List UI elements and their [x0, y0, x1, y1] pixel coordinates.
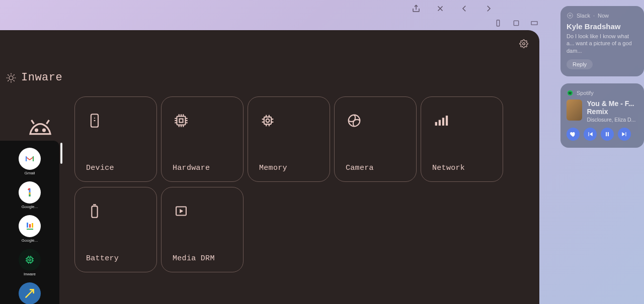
- notification-header: Slack · Now: [567, 12, 638, 19]
- prev-button[interactable]: [584, 128, 597, 141]
- inware-window: Inware Device Hardware Memory: [0, 30, 539, 304]
- svg-rect-23: [27, 257, 32, 262]
- app-title-text: Inware: [21, 71, 62, 84]
- notification-title: Kyle Bradshaw: [567, 22, 638, 31]
- notification-time: Now: [598, 13, 609, 19]
- gear-icon[interactable]: [519, 39, 528, 48]
- square-mode-icon[interactable]: [512, 19, 520, 29]
- dock-item-gmail[interactable]: Gmail: [17, 148, 43, 175]
- svg-rect-17: [92, 206, 97, 218]
- landscape-mode-icon[interactable]: [530, 19, 538, 29]
- tile-device[interactable]: Device: [74, 96, 157, 182]
- like-button[interactable]: [567, 128, 580, 141]
- slack-icon: [567, 12, 574, 19]
- dock-item-google[interactable]: Google...: [17, 215, 43, 243]
- battery-icon: [86, 202, 103, 220]
- category-grid: Device Hardware Memory Camera Network: [74, 96, 503, 272]
- android-icon: [25, 113, 55, 143]
- svg-point-6: [43, 129, 45, 131]
- svg-rect-1: [514, 21, 518, 25]
- google-one-icon: [19, 181, 41, 204]
- tile-label: Camera: [346, 164, 405, 172]
- spotify-icon: [567, 89, 574, 96]
- svg-point-25: [568, 13, 573, 19]
- camera-icon: [346, 112, 363, 129]
- launcher-icon: [19, 282, 41, 304]
- tile-label: Device: [86, 164, 145, 172]
- dock-label: Google...: [22, 205, 38, 209]
- svg-point-24: [29, 259, 31, 261]
- track-title: You & Me - F... Remix: [587, 99, 638, 116]
- tile-label: Hardware: [173, 164, 232, 172]
- svg-rect-16: [446, 116, 448, 126]
- svg-rect-9: [179, 119, 183, 122]
- next-button[interactable]: [618, 128, 631, 141]
- window-controls: [412, 4, 493, 15]
- window-mode-controls: [494, 19, 538, 29]
- network-icon: [432, 112, 449, 129]
- svg-rect-28: [608, 132, 609, 136]
- pause-button[interactable]: [601, 128, 614, 141]
- google-icon: [19, 215, 41, 237]
- tile-hardware[interactable]: Hardware: [161, 96, 244, 182]
- notification-body: Do I look like I know what a... want a p…: [567, 33, 638, 54]
- phone-mode-icon[interactable]: [494, 19, 502, 29]
- svg-rect-14: [439, 120, 441, 126]
- svg-rect-0: [497, 20, 499, 26]
- album-cover: [567, 99, 582, 121]
- svg-rect-15: [442, 118, 444, 126]
- notification-spotify[interactable]: Spotify You & Me - F... Remix Disclosure…: [560, 83, 644, 148]
- dock-scroll-indicator[interactable]: [60, 143, 62, 164]
- svg-rect-20: [29, 224, 31, 228]
- svg-rect-27: [606, 132, 607, 136]
- notifications-panel: Slack · Now Kyle Bradshaw Do I look like…: [560, 6, 644, 148]
- sun-icon: [5, 72, 17, 84]
- tile-network[interactable]: Network: [421, 96, 503, 182]
- dock-label: Inware: [24, 272, 36, 276]
- tile-label: Battery: [86, 254, 145, 263]
- notification-app-name: Slack: [577, 13, 590, 19]
- svg-rect-8: [177, 117, 186, 125]
- dock-item-inware[interactable]: Inware: [17, 249, 43, 276]
- reply-button[interactable]: Reply: [567, 59, 593, 69]
- device-icon: [86, 112, 103, 129]
- app-dock: Gmail Google... Google... Inware Launch.…: [0, 141, 59, 304]
- tile-label: Media DRM: [173, 254, 232, 263]
- tile-memory[interactable]: Memory: [248, 96, 330, 182]
- memory-icon: [259, 112, 276, 129]
- track-artist: Disclosure, Eliza D...: [587, 117, 638, 123]
- tile-camera[interactable]: Camera: [334, 96, 417, 182]
- svg-point-11: [266, 119, 270, 123]
- svg-point-5: [36, 129, 38, 131]
- close-icon[interactable]: [436, 4, 445, 15]
- share-icon[interactable]: [412, 4, 421, 15]
- dock-item-google-one[interactable]: Google...: [17, 181, 43, 209]
- svg-point-4: [9, 76, 13, 80]
- dock-label: Gmail: [25, 171, 35, 175]
- svg-rect-2: [531, 22, 537, 25]
- notification-slack[interactable]: Slack · Now Kyle Bradshaw Do I look like…: [560, 6, 644, 76]
- gmail-icon: [19, 148, 41, 170]
- svg-rect-13: [435, 122, 437, 126]
- svg-point-3: [523, 43, 525, 45]
- media-drm-icon: [173, 202, 190, 220]
- app-title: Inware: [5, 71, 62, 84]
- svg-rect-19: [27, 223, 28, 228]
- tile-battery[interactable]: Battery: [74, 187, 157, 272]
- dock-label: Google...: [22, 238, 38, 243]
- svg-rect-22: [27, 229, 33, 230]
- chevron-left-icon[interactable]: [460, 4, 469, 15]
- media-controls: [567, 128, 638, 141]
- tile-label: Network: [432, 164, 492, 172]
- chevron-right-icon[interactable]: [484, 4, 493, 15]
- tile-label: Memory: [259, 164, 318, 172]
- hardware-icon: [173, 112, 190, 129]
- notification-app-name: Spotify: [577, 90, 594, 96]
- notification-header: Spotify: [567, 89, 638, 96]
- tile-media-drm[interactable]: Media DRM: [161, 187, 244, 272]
- dock-item-launcher[interactable]: Launch...: [17, 282, 43, 304]
- inware-icon: [19, 249, 41, 271]
- svg-rect-10: [264, 117, 271, 124]
- svg-rect-21: [32, 223, 33, 228]
